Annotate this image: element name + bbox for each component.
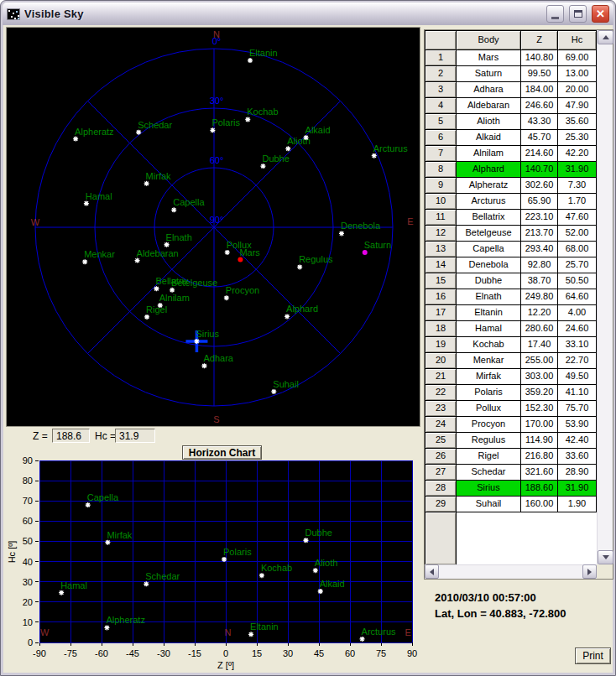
table-row-alkaid[interactable]: 6Alkaid45.7025.30 xyxy=(425,130,597,146)
z-cell[interactable]: 188.60 xyxy=(521,481,558,497)
hc-value-field[interactable]: 31.9 xyxy=(115,429,155,443)
close-button[interactable]: ✕ xyxy=(592,5,609,23)
z-cell[interactable]: 302.60 xyxy=(521,178,558,194)
table-row-alphard[interactable]: 8Alphard140.7031.90 xyxy=(425,162,597,178)
body-cell[interactable]: Hamal xyxy=(457,321,521,337)
hc-cell[interactable]: 25.30 xyxy=(558,130,597,146)
body-cell[interactable]: Polaris xyxy=(457,385,521,401)
body-cell[interactable]: Saturn xyxy=(457,66,521,82)
body-cell[interactable]: Arcturus xyxy=(457,194,521,210)
body-cell[interactable]: Elnath xyxy=(457,289,521,305)
hc-cell[interactable]: 52.00 xyxy=(558,226,597,242)
body-cell[interactable]: Adhara xyxy=(457,82,521,98)
body-cell[interactable]: Alphard xyxy=(457,162,521,178)
table-row-saturn[interactable]: 2Saturn99.5013.00 xyxy=(425,66,597,82)
hc-cell[interactable]: 42.20 xyxy=(558,146,597,162)
body-cell[interactable]: Pollux xyxy=(457,401,521,417)
z-cell[interactable]: 216.80 xyxy=(521,449,558,465)
row-number[interactable]: 1 xyxy=(425,50,457,66)
hc-cell[interactable]: 1.90 xyxy=(558,497,597,512)
row-number[interactable]: 18 xyxy=(425,321,457,337)
table-row-capella[interactable]: 13Capella293.4068.00 xyxy=(425,242,597,257)
maximize-button[interactable] xyxy=(569,5,587,23)
row-number[interactable]: 7 xyxy=(425,146,457,162)
row-number[interactable]: 4 xyxy=(425,98,457,114)
row-number[interactable]: 28 xyxy=(425,481,457,497)
body-cell[interactable]: Capella xyxy=(457,242,521,257)
z-cell[interactable]: 303.00 xyxy=(521,369,558,385)
z-cell[interactable]: 65.90 xyxy=(521,194,558,210)
row-number[interactable]: 8 xyxy=(425,162,457,178)
body-cell[interactable]: Schedar xyxy=(457,465,521,481)
title-bar[interactable]: Visible Sky ✕ xyxy=(3,3,613,25)
hc-cell[interactable]: 69.00 xyxy=(558,50,597,66)
z-cell[interactable]: 45.70 xyxy=(521,130,558,146)
hc-cell[interactable]: 47.90 xyxy=(558,98,597,114)
hc-cell[interactable]: 33.60 xyxy=(558,449,597,465)
sky-body-denebola[interactable]: Denebola xyxy=(339,221,381,236)
z-cell[interactable]: 184.00 xyxy=(521,82,558,98)
minimize-button[interactable] xyxy=(546,5,564,23)
z-cell[interactable]: 223.10 xyxy=(521,210,558,226)
sky-chart[interactable]: 0°30°60°90° N S W E MarsSaturnAdharaAlde… xyxy=(6,27,420,427)
body-cell[interactable]: Suhail xyxy=(457,497,521,512)
hc-cell[interactable]: 41.10 xyxy=(558,385,597,401)
z-value-field[interactable]: 188.6 xyxy=(52,429,90,443)
z-cell[interactable]: 359.20 xyxy=(521,385,558,401)
body-cell[interactable]: Sirius xyxy=(457,481,521,497)
hc-cell[interactable]: 22.70 xyxy=(558,353,597,369)
body-cell[interactable]: Eltanin xyxy=(457,305,521,321)
header-z[interactable]: Z xyxy=(521,31,558,50)
scroll-left-button[interactable] xyxy=(425,564,439,579)
row-number[interactable]: 25 xyxy=(425,433,457,449)
body-cell[interactable]: Regulus xyxy=(457,433,521,449)
z-cell[interactable]: 280.60 xyxy=(521,321,558,337)
body-cell[interactable]: Dubhe xyxy=(457,273,521,289)
body-cell[interactable]: Menkar xyxy=(457,353,521,369)
table-row-menkar[interactable]: 20Menkar255.0022.70 xyxy=(425,353,597,369)
header-body[interactable]: Body xyxy=(457,31,521,50)
sky-body-elnath[interactable]: Elnath xyxy=(164,232,192,247)
hc-cell[interactable]: 49.50 xyxy=(558,369,597,385)
z-cell[interactable]: 213.70 xyxy=(521,226,558,242)
table-row-arcturus[interactable]: 10Arcturus65.901.70 xyxy=(425,194,597,210)
vertical-scrollbar[interactable] xyxy=(597,30,613,564)
hc-cell[interactable]: 4.00 xyxy=(558,305,597,321)
row-number[interactable]: 3 xyxy=(425,82,457,98)
row-number[interactable]: 11 xyxy=(425,210,457,226)
sky-body-alkaid[interactable]: Alkaid xyxy=(304,125,331,140)
table-row-regulus[interactable]: 25Regulus114.9042.40 xyxy=(425,433,597,449)
row-number[interactable]: 17 xyxy=(425,305,457,321)
table-row-bellatrix[interactable]: 11Bellatrix223.1047.60 xyxy=(425,210,597,226)
sky-body-kochab[interactable]: Kochab xyxy=(245,107,278,122)
body-cell[interactable]: Bellatrix xyxy=(457,210,521,226)
hc-cell[interactable]: 20.00 xyxy=(558,82,597,98)
scroll-down-button[interactable] xyxy=(598,550,613,564)
row-number[interactable]: 22 xyxy=(425,385,457,401)
z-cell[interactable]: 249.80 xyxy=(521,289,558,305)
sky-body-aldebaran[interactable]: Aldebaran xyxy=(135,248,179,263)
scroll-right-button[interactable] xyxy=(582,564,597,579)
sky-body-procyon[interactable]: Procyon xyxy=(224,285,259,300)
hc-cell[interactable]: 68.00 xyxy=(558,242,597,257)
row-number[interactable]: 6 xyxy=(425,130,457,146)
z-cell[interactable]: 140.70 xyxy=(521,162,558,178)
sky-body-hamal[interactable]: Hamal xyxy=(84,191,112,206)
body-cell[interactable]: Aldebaran xyxy=(457,98,521,114)
sky-body-mirfak[interactable]: Mirfak xyxy=(144,171,171,186)
horizontal-scrollbar[interactable] xyxy=(425,564,597,579)
sky-body-rigel[interactable]: Rigel xyxy=(144,304,167,320)
row-number[interactable]: 19 xyxy=(425,337,457,353)
table-row-hamal[interactable]: 18Hamal280.6024.60 xyxy=(425,321,597,337)
z-cell[interactable]: 321.60 xyxy=(521,465,558,481)
table-row-denebola[interactable]: 14Denebola92.8025.70 xyxy=(425,257,597,273)
hc-cell[interactable]: 53.90 xyxy=(558,417,597,433)
body-cell[interactable]: Mars xyxy=(457,50,521,66)
print-button[interactable]: Print xyxy=(575,647,611,664)
z-cell[interactable]: 255.00 xyxy=(521,353,558,369)
table-row-elnath[interactable]: 16Elnath249.8064.60 xyxy=(425,289,597,305)
body-cell[interactable]: Betelgeuse xyxy=(457,226,521,242)
body-table[interactable]: Body Z Hc 1Mars140.8069.002Saturn99.5013… xyxy=(424,29,613,580)
z-cell[interactable]: 17.40 xyxy=(521,337,558,353)
sky-body-saturn[interactable]: Saturn xyxy=(363,240,391,255)
